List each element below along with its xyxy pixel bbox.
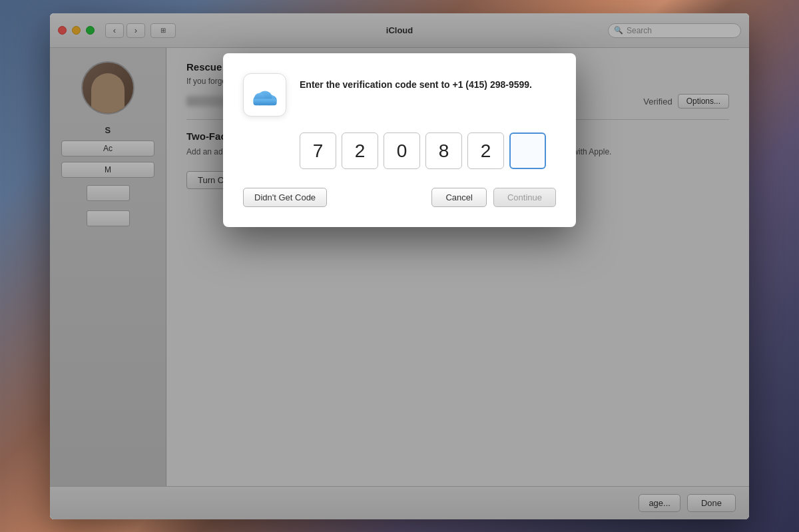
code-box-5[interactable]: 2 <box>467 133 504 169</box>
svg-rect-4 <box>253 99 276 105</box>
modal-right-buttons: Cancel Continue <box>431 188 556 207</box>
continue-button[interactable]: Continue <box>493 188 556 207</box>
verification-modal: Enter the verification code sent to +1 (… <box>223 53 576 227</box>
modal-overlay: Enter the verification code sent to +1 (… <box>50 13 749 519</box>
code-box-1[interactable]: 7 <box>300 133 336 169</box>
modal-title: Enter the verification code sent to +1 (… <box>300 73 532 92</box>
icloud-cloud-icon <box>249 84 281 107</box>
digit-1: 7 <box>313 140 324 162</box>
cancel-button[interactable]: Cancel <box>431 188 486 207</box>
main-window: ‹ › ⊞ iCloud 🔍 Search S Ac M <box>50 13 749 519</box>
code-box-4[interactable]: 8 <box>425 133 462 169</box>
digit-4: 8 <box>439 140 449 162</box>
code-box-2[interactable]: 2 <box>342 133 378 169</box>
icloud-icon <box>243 73 286 117</box>
digit-5: 2 <box>481 140 491 162</box>
didnt-get-code-button[interactable]: Didn't Get Code <box>243 188 327 207</box>
modal-buttons: Didn't Get Code Cancel Continue <box>243 188 556 207</box>
modal-header: Enter the verification code sent to +1 (… <box>243 73 556 117</box>
code-box-6[interactable] <box>509 133 546 169</box>
code-box-3[interactable]: 0 <box>384 133 420 169</box>
digit-3: 0 <box>397 140 407 162</box>
code-inputs: 7 2 0 8 2 <box>243 133 556 169</box>
digit-2: 2 <box>355 140 366 162</box>
